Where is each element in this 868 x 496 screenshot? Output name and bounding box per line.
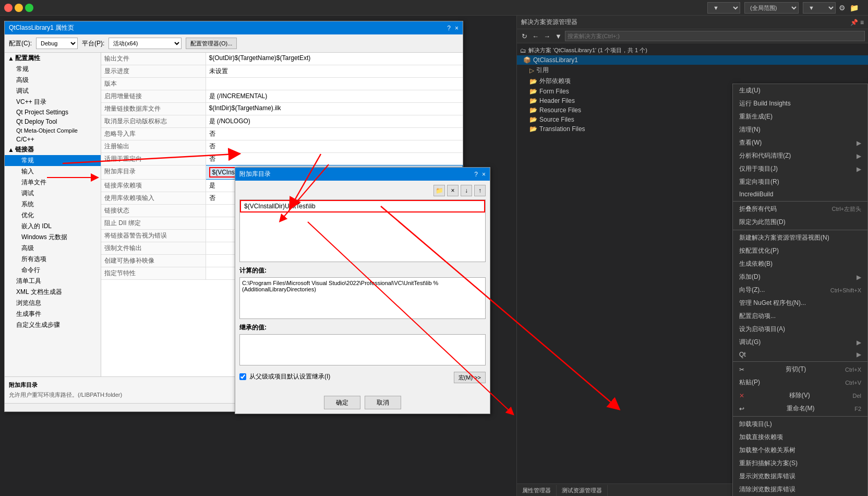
prop-value[interactable] (206, 78, 463, 90)
settings-icon[interactable]: ⚙ (838, 3, 847, 13)
ctx-unload[interactable]: 卸载项目(L) (733, 418, 867, 431)
tree-item-cpp[interactable]: C/C++ (5, 135, 101, 144)
toolbar-filter-icon[interactable]: ▼ (553, 32, 563, 41)
ctx-project-only[interactable]: 仅用于项目(J) ▶ (733, 162, 867, 175)
tree-item-vcpp[interactable]: VC++ 目录 (5, 97, 101, 108)
tree-item-qt-deploy[interactable]: Qt Deploy Tool (5, 117, 101, 126)
tree-linker[interactable]: ▲链接器 (5, 144, 101, 155)
sub-toolbar-delete-btn[interactable]: × (447, 185, 459, 196)
sol-item-solution[interactable]: 🗂 解决方案 'QtClassLibrary1' (1 个项目，共 1 个) (517, 45, 868, 55)
ctx-rebuild[interactable]: 重新生成(E) (733, 110, 867, 123)
toolbar-back-icon[interactable]: ← (531, 32, 540, 41)
ctx-load-tree[interactable]: 加载整个依赖关系树 (733, 444, 867, 457)
toolbar-dropdown-3[interactable]: ▼ (803, 2, 836, 14)
toolbar-dropdown-1[interactable]: ▼ (707, 2, 740, 14)
sub-dialog-close[interactable]: × (482, 171, 486, 178)
tree-item-build-events[interactable]: 生成事件 (5, 309, 101, 320)
tree-item-browse[interactable]: 浏览信息 (5, 298, 101, 309)
right-pin-icon[interactable]: 📌 (850, 19, 858, 26)
tree-item-linker-general[interactable]: 常规 (5, 155, 101, 166)
tree-item-linker-input[interactable]: 输入 (5, 166, 101, 177)
tree-item-qt-meta[interactable]: Qt Meta-Object Compile (5, 126, 101, 135)
tree-item-xml-doc[interactable]: XML 文档生成器 (5, 287, 101, 298)
tab-test-explorer[interactable]: 测试资源管理器 (557, 485, 608, 496)
tree-item-linker-cmdline[interactable]: 命令行 (5, 265, 101, 276)
ctx-build-insights[interactable]: 运行 Build Insights (733, 97, 867, 110)
tree-item-linker-winmeta[interactable]: Windows 元数据 (5, 232, 101, 243)
tree-item-manifest-tool[interactable]: 清单工具 (5, 276, 101, 287)
ctx-wizard[interactable]: 向导(Z)... Ctrl+Shift+X (733, 284, 867, 297)
ctx-startup-config[interactable]: 配置启动项... (733, 310, 867, 323)
search-input[interactable] (565, 31, 865, 41)
prop-value[interactable]: $(OutDir)$(TargetName)$(TargetExt) (206, 53, 463, 65)
tree-item-linker-system[interactable]: 系统 (5, 199, 101, 210)
tree-item-advanced[interactable]: 高级 (5, 75, 101, 86)
tree-item-custom-build[interactable]: 自定义生成步骤 (5, 320, 101, 330)
ctx-cut[interactable]: ✂ 剪切(T) Ctrl+X (733, 363, 867, 376)
toolbar-sync-icon[interactable]: ↻ (520, 32, 529, 41)
ctx-view[interactable]: 查看(W) ▶ (733, 136, 867, 149)
sub-toolbar-folder-btn[interactable]: 📁 (433, 185, 445, 196)
tree-item-debug[interactable]: 调试 (5, 86, 101, 97)
toolbar-forward-icon[interactable]: → (542, 32, 552, 41)
ctx-new-view[interactable]: 新建解决方案资源管理器视图(N) (733, 231, 867, 244)
ctx-retarget[interactable]: 重定向项目(R) (733, 175, 867, 188)
ctx-rescan[interactable]: 重新扫描解决方案(S) (733, 457, 867, 470)
prop-value[interactable]: $(IntDir)$(TargetName).ilk (206, 103, 463, 115)
platform-select[interactable]: 活动(x64) (108, 38, 182, 49)
window-min-btn[interactable] (15, 4, 23, 12)
sub-inherit-checkbox[interactable] (239, 373, 246, 380)
window-close-btn[interactable] (4, 4, 13, 12)
ctx-collapse[interactable]: 折叠所有代码 Ctrl+左箭头 (733, 203, 867, 216)
ctx-clean[interactable]: 清理(N) (733, 123, 867, 136)
ctx-profile-guided[interactable]: 按配置优化(P) (733, 244, 867, 257)
sub-ok-btn[interactable]: 确定 (324, 396, 360, 409)
tree-item-code-analysis[interactable] (5, 330, 101, 333)
sub-toolbar-up-btn[interactable]: ↑ (474, 185, 486, 196)
ctx-incredibuild[interactable]: IncrediiBuild (733, 188, 867, 200)
prop-value[interactable]: 是 (/NOLOGO) (206, 115, 463, 128)
window-max-btn[interactable] (25, 4, 33, 12)
global-scope-dropdown[interactable]: (全局范围) (744, 2, 799, 14)
sub-list-item[interactable]: $(VCInstallDir)UnitTest\lib (240, 200, 485, 212)
ctx-add[interactable]: 添加(D) ▶ (733, 270, 867, 284)
ctx-paste[interactable]: 粘贴(P) Ctrl+V (733, 376, 867, 389)
right-menu-icon[interactable]: ≡ (860, 19, 864, 26)
ctx-set-startup[interactable]: 设为启动项目(A) (733, 323, 867, 336)
tree-item-linker-optim[interactable]: 优化 (5, 210, 101, 221)
prop-value[interactable]: 是 (/INCREMENTAL) (206, 90, 463, 103)
prop-value[interactable]: 否 (206, 153, 463, 166)
tree-item-linker-all[interactable]: 所有选项 (5, 254, 101, 265)
sol-item-project[interactable]: 📦 QtClassLibrary1 (517, 55, 868, 65)
ctx-nuget[interactable]: 管理 NuGet 程序包(N)... (733, 297, 867, 310)
solution-explorer-icon[interactable]: 📁 (849, 3, 860, 13)
tab-property-manager[interactable]: 属性管理器 (517, 485, 557, 496)
ctx-scope[interactable]: 限定为此范围(D) (733, 216, 867, 229)
tree-item-linker-embedded[interactable]: 嵌入的 IDL (5, 221, 101, 232)
ctx-debug[interactable]: 调试(G) ▶ (733, 336, 867, 349)
prop-value[interactable]: 否 (206, 128, 463, 140)
ctx-qt[interactable]: Qt ▶ (733, 349, 867, 360)
sub-toolbar-down-btn[interactable]: ↓ (461, 185, 472, 196)
sub-macro-btn[interactable]: 宏(M) >> (454, 372, 486, 383)
tree-item-linker-debugs[interactable]: 调试 (5, 188, 101, 199)
sub-cancel-btn[interactable]: 取消 (365, 396, 401, 409)
tree-item-qt-project[interactable]: Qt Project Settings (5, 108, 101, 117)
ctx-clear-browse-errors[interactable]: 清除浏览数据库错误 (733, 483, 867, 496)
ctx-load-direct[interactable]: 加载直接依赖项 (733, 431, 867, 444)
ctx-rename[interactable]: ↩ 重命名(M) F2 (733, 402, 867, 415)
tree-config-props[interactable]: ▲配置属性 (5, 53, 101, 64)
prop-value[interactable]: 未设置 (206, 65, 463, 78)
ctx-remove[interactable]: ✕ 移除(V) Del (733, 389, 867, 402)
sol-item-references[interactable]: ▷ 引用 (517, 65, 868, 76)
ctx-show-browse-errors[interactable]: 显示浏览数据库错误 (733, 470, 867, 483)
ctx-build[interactable]: 生成(U) (733, 84, 867, 97)
sub-dialog-help[interactable]: ? (474, 171, 478, 178)
tree-item-general[interactable]: 常规 (5, 64, 101, 75)
props-close-btn[interactable]: × (455, 25, 459, 32)
tree-item-linker-advanced[interactable]: 高级 (5, 243, 101, 254)
ctx-analyze[interactable]: 分析和代码清理(Z) ▶ (733, 149, 867, 162)
prop-value[interactable]: 否 (206, 140, 463, 153)
config-mgr-btn[interactable]: 配置管理器(O)... (186, 38, 237, 49)
props-help-btn[interactable]: ? (447, 25, 451, 32)
